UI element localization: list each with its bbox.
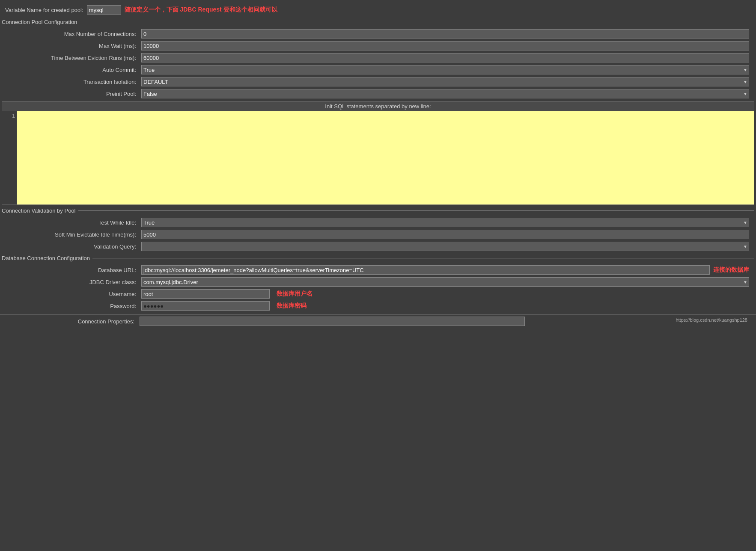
preinit-pool-label: Preinit Pool: — [7, 91, 140, 97]
username-row: Username: 数据库用户名 — [2, 288, 754, 300]
password-label: Password: — [7, 303, 140, 309]
connection-pool-header: Connection Pool Configuration — [2, 18, 754, 26]
connection-validation-label: Connection Validation by Pool — [2, 207, 78, 214]
database-url-wrap: 连接的数据库 — [141, 265, 749, 275]
connection-validation-header: Connection Validation by Pool — [2, 207, 754, 215]
database-url-row: Database URL: 连接的数据库 — [2, 264, 754, 276]
database-connection-section: Database Connection Configuration Databa… — [0, 254, 756, 312]
soft-min-evictable-input[interactable] — [141, 230, 749, 239]
soft-min-evictable-label: Soft Min Evictable Idle Time(ms): — [7, 231, 140, 238]
preinit-pool-select[interactable]: False True — [141, 89, 749, 98]
validation-query-select[interactable] — [141, 242, 749, 251]
soft-min-evictable-row: Soft Min Evictable Idle Time(ms): — [2, 228, 754, 240]
validation-query-row: Validation Query: ▼ — [2, 240, 754, 252]
password-input[interactable] — [141, 301, 270, 311]
variable-name-label: Variable Name for created pool: — [5, 7, 83, 13]
connection-validation-divider — [78, 210, 755, 211]
transaction-isolation-row: Transaction Isolation: DEFAULT TRANSACTI… — [2, 76, 754, 88]
max-wait-label: Max Wait (ms): — [7, 43, 140, 49]
transaction-isolation-label: Transaction Isolation: — [7, 79, 140, 85]
test-while-idle-label: Test While Idle: — [7, 219, 140, 226]
username-annotation: 数据库用户名 — [277, 290, 313, 298]
line-number-1: 1 — [4, 113, 15, 119]
auto-commit-label: Auto Commit: — [7, 67, 140, 73]
database-connection-label: Database Connection Configuration — [2, 255, 92, 261]
main-container: Variable Name for created pool: 随便定义一个，下… — [0, 0, 756, 331]
max-connections-row: Max Number of Connections: — [2, 28, 754, 40]
jdbc-driver-row: JDBC Driver class: com.mysql.jdbc.Driver… — [2, 276, 754, 288]
connection-properties-row: Connection Properties: https://blog.csdn… — [0, 314, 756, 327]
username-label: Username: — [7, 291, 140, 297]
validation-query-label: Validation Query: — [7, 243, 140, 250]
init-sql-section: Init SQL statements separated by new lin… — [2, 101, 754, 205]
transaction-isolation-select[interactable]: DEFAULT TRANSACTION_COMMITTED — [141, 77, 749, 86]
database-url-input[interactable] — [141, 265, 710, 275]
init-sql-body: 1 — [2, 111, 754, 205]
footer-url: https://blog.csdn.net/kuangshp128 — [672, 317, 751, 323]
jdbc-driver-select[interactable]: com.mysql.jdbc.Driver com.mysql.cj.jdbc.… — [141, 277, 749, 287]
validation-query-wrapper: ▼ — [141, 242, 749, 251]
auto-commit-wrapper: True False ▼ — [141, 65, 749, 74]
init-sql-header: Init SQL statements separated by new lin… — [2, 101, 754, 111]
eviction-runs-row: Time Between Eviction Runs (ms): — [2, 52, 754, 64]
connection-pool-divider — [80, 22, 754, 22]
max-connections-label: Max Number of Connections: — [7, 31, 140, 37]
max-wait-row: Max Wait (ms): — [2, 40, 754, 52]
password-annotation: 数据库密码 — [277, 302, 307, 310]
preinit-pool-wrapper: False True ▼ — [141, 89, 749, 98]
transaction-isolation-wrapper: DEFAULT TRANSACTION_COMMITTED ▼ — [141, 77, 749, 86]
database-connection-divider — [92, 258, 754, 258]
jdbc-driver-label: JDBC Driver class: — [7, 279, 140, 285]
test-while-idle-row: Test While Idle: True False ▼ — [2, 216, 754, 228]
auto-commit-row: Auto Commit: True False ▼ — [2, 64, 754, 76]
username-input[interactable] — [141, 289, 270, 299]
connection-validation-section: Connection Validation by Pool Test While… — [0, 207, 756, 252]
password-row: Password: 数据库密码 — [2, 300, 754, 312]
max-connections-input[interactable] — [141, 29, 749, 39]
variable-name-annotation: 随便定义一个，下面 JDBC Request 要和这个相同就可以 — [125, 6, 277, 14]
jdbc-driver-wrapper: com.mysql.jdbc.Driver com.mysql.cj.jdbc.… — [141, 277, 749, 287]
database-connection-header: Database Connection Configuration — [2, 254, 754, 262]
connection-pool-section: Connection Pool Configuration Max Number… — [0, 18, 756, 205]
database-url-label: Database URL: — [7, 267, 140, 273]
database-url-annotation: 连接的数据库 — [713, 266, 749, 274]
connection-pool-label: Connection Pool Configuration — [2, 19, 80, 25]
eviction-runs-label: Time Between Eviction Runs (ms): — [7, 55, 140, 61]
variable-name-row: Variable Name for created pool: 随便定义一个，下… — [0, 3, 756, 16]
max-wait-input[interactable] — [141, 41, 749, 50]
test-while-idle-wrapper: True False ▼ — [141, 218, 749, 227]
connection-properties-label: Connection Properties: — [5, 318, 138, 325]
sql-editor[interactable] — [17, 111, 754, 204]
line-numbers: 1 — [2, 111, 17, 204]
auto-commit-select[interactable]: True False — [141, 65, 749, 74]
eviction-runs-input[interactable] — [141, 53, 749, 62]
preinit-pool-row: Preinit Pool: False True ▼ — [2, 88, 754, 100]
test-while-idle-select[interactable]: True False — [141, 218, 749, 227]
connection-properties-input[interactable] — [140, 317, 525, 326]
variable-name-input[interactable] — [87, 5, 121, 15]
